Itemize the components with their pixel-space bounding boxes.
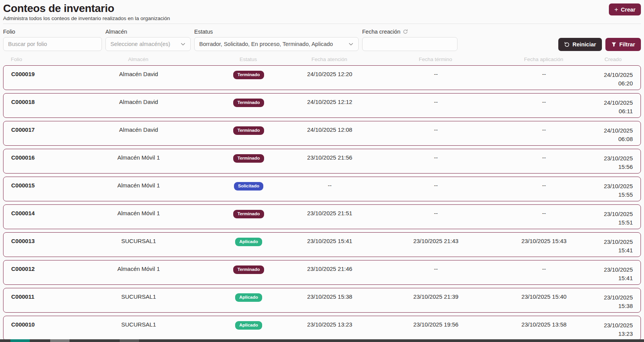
folio-filter-label: Folio (3, 29, 102, 35)
row-almacen: Almacén Móvil 1 (75, 265, 202, 284)
row-fecha-atencion: 23/10/2025 21:46 (295, 265, 364, 284)
column-header-fecha-aplicacion: Fecha aplicación (507, 56, 580, 62)
table-row[interactable]: C000016 Almacén Móvil 1 Terminado 23/10/… (3, 149, 641, 174)
rows-container: C000019 Almacén David Terminado 24/10/20… (3, 65, 641, 339)
filter-bar: Folio Almacén Seleccione almacén(es) Est… (3, 24, 641, 51)
create-button[interactable]: + Crear (609, 3, 641, 15)
row-creado-hora: 15:55 (581, 191, 633, 199)
row-folio: C000012 (11, 265, 75, 284)
column-header-folio: Folio (11, 56, 75, 62)
row-estatus: Terminado (202, 99, 295, 117)
row-creado-hora: 06:08 (581, 135, 633, 143)
strip-segment-teal (10, 339, 30, 342)
row-creado: 23/10/2025 15:56 (581, 154, 633, 173)
row-fecha-atencion: 24/10/2025 12:12 (295, 99, 364, 117)
row-creado: 24/10/2025 06:08 (581, 126, 633, 145)
column-header-fecha-termino: Fecha término (364, 56, 507, 62)
row-fecha-aplicacion: -- (507, 71, 581, 90)
table-row[interactable]: C000011 SUCURSAL1 Aplicado 23/10/2025 15… (3, 288, 641, 313)
row-fecha-aplicacion: 23/10/2025 13:58 (507, 321, 581, 339)
table-row[interactable]: C000014 Almacén Móvil 1 Terminado 23/10/… (3, 204, 641, 229)
column-header-fecha-atencion: Fecha atención (295, 56, 364, 62)
row-fecha-termino: 23/10/2025 19:56 (364, 321, 507, 339)
status-badge: Aplicado (235, 321, 263, 330)
table-header-row: Folio Almacén Estatus Fecha atención Fec… (3, 56, 641, 62)
row-creado-hora: 13:23 (581, 330, 633, 338)
table-row[interactable]: C000017 Almacén David Terminado 24/10/20… (3, 121, 641, 146)
almacen-select[interactable]: Seleccione almacén(es) (105, 37, 191, 51)
almacen-select-placeholder: Seleccione almacén(es) (110, 41, 170, 47)
row-creado-hora: 15:41 (581, 274, 633, 282)
row-fecha-termino: -- (364, 182, 507, 201)
row-almacen: Almacén David (75, 99, 202, 117)
row-creado-hora: 15:51 (581, 218, 633, 227)
counts-table: Folio Almacén Estatus Fecha atención Fec… (3, 56, 641, 339)
status-badge: Aplicado (235, 238, 263, 246)
row-creado: 24/10/2025 06:20 (581, 71, 633, 90)
row-fecha-atencion: 23/10/2025 21:51 (295, 210, 364, 229)
row-creado: 23/10/2025 15:41 (581, 238, 633, 257)
status-badge: Solicitado (234, 182, 264, 191)
row-folio: C000016 (11, 154, 75, 173)
row-estatus: Solicitado (202, 182, 295, 201)
table-row[interactable]: C000019 Almacén David Terminado 24/10/20… (3, 65, 641, 90)
folio-search-input[interactable] (3, 37, 102, 51)
estatus-select[interactable]: Borrador, Solicitado, En proceso, Termin… (194, 37, 359, 51)
page-subtitle: Administra todos los conteos de inventar… (3, 15, 170, 21)
plus-icon: + (614, 6, 618, 13)
status-badge: Terminado (233, 210, 264, 218)
row-fecha-aplicacion: 23/10/2025 15:40 (507, 293, 581, 312)
row-creado-fecha: 24/10/2025 (581, 126, 633, 135)
filter-estatus: Estatus Borrador, Solicitado, En proceso… (194, 29, 359, 51)
table-row[interactable]: C000012 Almacén Móvil 1 Terminado 23/10/… (3, 260, 641, 285)
row-almacen: SUCURSAL1 (75, 238, 202, 257)
row-fecha-termino: -- (364, 99, 507, 117)
inventory-counts-page: Conteos de inventario Administra todos l… (0, 0, 644, 339)
chevron-down-icon (348, 41, 354, 47)
status-badge: Terminado (233, 126, 264, 135)
row-fecha-termino: -- (364, 154, 507, 173)
row-creado-fecha: 23/10/2025 (581, 293, 633, 302)
column-header-estatus: Estatus (202, 56, 295, 62)
status-badge: Terminado (233, 265, 264, 274)
table-row[interactable]: C000018 Almacén David Terminado 24/10/20… (3, 93, 641, 118)
strip-segment-gray2 (120, 339, 139, 342)
row-estatus: Terminado (202, 154, 295, 173)
row-fecha-aplicacion: 23/10/2025 15:43 (507, 238, 581, 257)
row-fecha-atencion: 23/10/2025 21:56 (295, 154, 364, 173)
filter-fecha-creacion: Fecha creación (362, 29, 458, 51)
row-creado-hora: 15:56 (581, 163, 633, 171)
row-folio: C000017 (11, 126, 75, 145)
row-creado-fecha: 23/10/2025 (581, 182, 633, 191)
undo-icon (564, 42, 570, 48)
row-almacen: Almacén David (75, 71, 202, 90)
row-estatus: Terminado (202, 265, 295, 284)
refresh-icon[interactable] (403, 29, 408, 34)
row-creado-fecha: 23/10/2025 (581, 154, 633, 163)
row-almacen: Almacén Móvil 1 (75, 210, 202, 229)
funnel-icon (611, 42, 617, 47)
row-fecha-aplicacion: -- (507, 210, 581, 229)
row-fecha-termino: -- (364, 265, 507, 284)
column-header-creado: Creado (580, 56, 633, 62)
row-folio: C000014 (11, 210, 75, 229)
row-fecha-aplicacion: -- (507, 154, 581, 173)
row-creado-fecha: 23/10/2025 (581, 238, 633, 246)
fecha-creacion-filter-label: Fecha creación (362, 29, 458, 35)
reset-button[interactable]: Reiniciar (558, 38, 602, 51)
row-creado: 23/10/2025 13:23 (581, 321, 633, 339)
strip-segment-gray1 (50, 339, 69, 342)
row-estatus: Aplicado (202, 321, 295, 339)
row-fecha-aplicacion: -- (507, 126, 581, 145)
table-row[interactable]: C000015 Almacén Móvil 1 Solicitado -- --… (3, 177, 641, 201)
page-header-titles: Conteos de inventario Administra todos l… (3, 2, 170, 21)
table-row[interactable]: C000010 SUCURSAL1 Aplicado 23/10/2025 13… (3, 316, 641, 339)
fecha-creacion-input[interactable] (362, 37, 458, 51)
row-creado-fecha: 23/10/2025 (581, 210, 633, 218)
status-badge: Terminado (233, 71, 264, 79)
table-row[interactable]: C000013 SUCURSAL1 Aplicado 23/10/2025 15… (3, 232, 641, 257)
row-fecha-atencion: 23/10/2025 15:41 (295, 238, 364, 257)
filter-button[interactable]: Filtrar (605, 38, 641, 51)
row-fecha-aplicacion: -- (507, 99, 581, 117)
row-fecha-aplicacion: -- (507, 182, 581, 201)
